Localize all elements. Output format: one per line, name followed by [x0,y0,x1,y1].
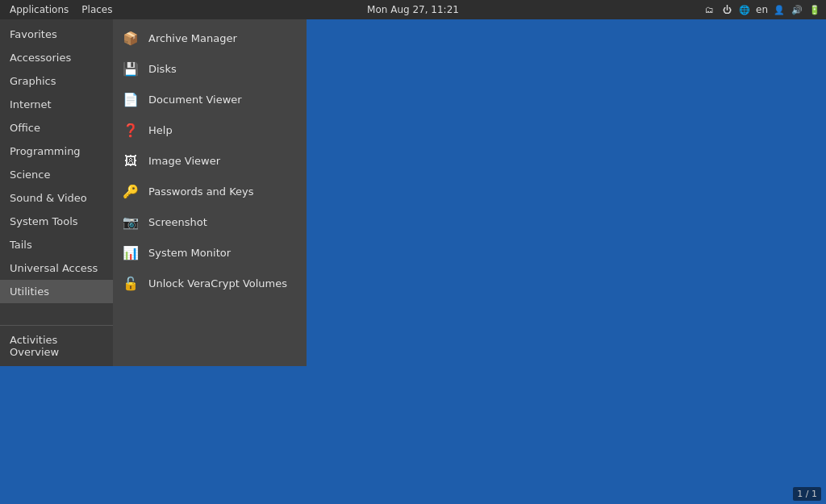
passwords-keys-icon: 🔑 [121,181,140,201]
application-menu: FavoritesAccessoriesGraphicsInternetOffi… [0,19,307,366]
category-item-sound-video[interactable]: Sound & Video [0,186,113,210]
activities-overview-item[interactable]: Activities Overview [0,326,113,366]
category-item-programming[interactable]: Programming [0,140,113,163]
topbar-right: 🗂 ⏻ 🌐 en 👤 🔊 🔋 [703,3,821,16]
category-item-system-tools[interactable]: System Tools [0,210,113,233]
category-panel: FavoritesAccessoriesGraphicsInternetOffi… [0,19,113,366]
document-viewer-icon: 📄 [121,90,140,109]
category-item-universal-access[interactable]: Universal Access [0,256,113,280]
unlock-veracrypt-icon: 🔓 [121,273,140,293]
app-item-help[interactable]: ❓Help [113,115,307,145]
category-item-accessories[interactable]: Accessories [0,46,113,69]
system-monitor-label: System Monitor [148,247,231,259]
app-item-system-monitor[interactable]: 📊System Monitor [113,237,307,268]
document-viewer-label: Document Viewer [148,94,242,106]
topbar: Applications Places Mon Aug 27, 11:21 🗂 … [0,0,826,19]
places-menu-button[interactable]: Places [77,2,117,17]
language-indicator[interactable]: en [756,4,768,15]
battery-icon[interactable]: 🔋 [808,3,821,16]
desktop: FavoritesAccessoriesGraphicsInternetOffi… [0,19,826,504]
app-item-passwords-keys[interactable]: 🔑Passwords and Keys [113,176,307,206]
image-viewer-label: Image Viewer [148,155,220,167]
help-icon: ❓ [121,120,140,140]
disks-label: Disks [148,63,177,75]
screenshot-icon: 📷 [121,212,140,231]
archive-manager-icon: 📦 [121,28,140,48]
applications-menu-button[interactable]: Applications [5,2,73,17]
passwords-keys-label: Passwords and Keys [148,185,254,198]
power-icon[interactable]: ⏻ [720,3,733,16]
image-viewer-icon: 🖼 [121,151,140,170]
datetime-display: Mon Aug 27, 11:21 [367,4,459,15]
users-icon[interactable]: 👤 [773,3,786,16]
network-icon[interactable]: 🌐 [738,3,751,16]
disks-icon: 💾 [121,59,140,78]
category-item-office[interactable]: Office [0,116,113,140]
screenshot-label: Screenshot [148,216,207,228]
category-bottom: Activities Overview [0,325,113,366]
volume-icon[interactable]: 🔊 [791,3,803,16]
category-item-tails[interactable]: Tails [0,233,113,256]
category-item-graphics[interactable]: Graphics [0,69,113,93]
app-item-document-viewer[interactable]: 📄Document Viewer [113,84,307,115]
app-item-disks[interactable]: 💾Disks [113,53,307,84]
topbar-left: Applications Places [5,2,117,17]
app-item-unlock-veracrypt[interactable]: 🔓Unlock VeraCrypt Volumes [113,268,307,298]
apps-panel: 📦Archive Manager💾Disks📄Document Viewer❓H… [113,19,307,366]
files-icon[interactable]: 🗂 [703,3,715,16]
unlock-veracrypt-label: Unlock VeraCrypt Volumes [148,277,287,289]
category-item-favorites[interactable]: Favorites [0,23,113,46]
app-item-archive-manager[interactable]: 📦Archive Manager [113,23,307,53]
app-item-image-viewer[interactable]: 🖼Image Viewer [113,145,307,176]
help-label: Help [148,124,173,136]
app-item-screenshot[interactable]: 📷Screenshot [113,206,307,237]
page-counter: 1 / 1 [793,487,821,501]
category-item-internet[interactable]: Internet [0,93,113,116]
category-item-utilities[interactable]: Utilities [0,280,113,303]
archive-manager-label: Archive Manager [148,32,237,44]
system-monitor-icon: 📊 [121,243,140,262]
category-item-science[interactable]: Science [0,163,113,186]
